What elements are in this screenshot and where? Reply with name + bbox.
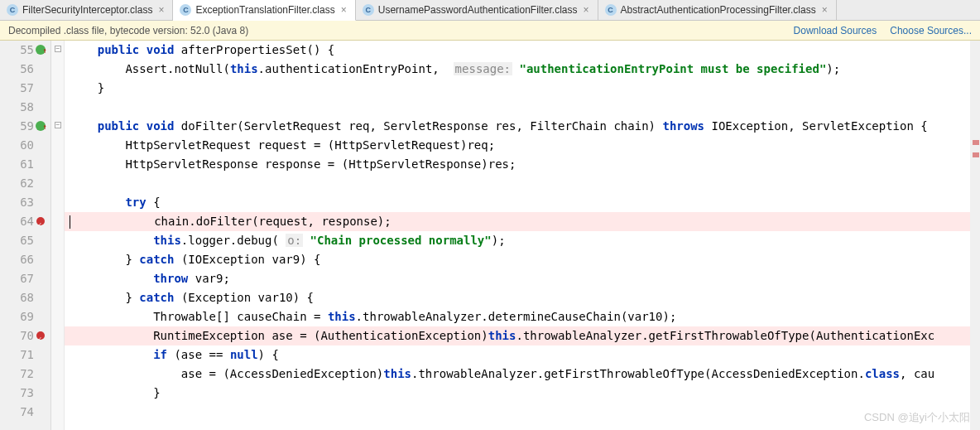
- line-number: 70: [20, 329, 34, 342]
- code-line: [65, 403, 980, 422]
- tab-label: UsernamePasswordAuthenticationFilter.cla…: [378, 4, 578, 16]
- line-number: 64: [20, 215, 34, 228]
- line-number: 65: [20, 234, 34, 247]
- code-line: public void afterPropertiesSet() {: [65, 41, 980, 60]
- close-icon[interactable]: ×: [820, 4, 829, 16]
- code-line: throw var9;: [65, 269, 980, 288]
- scrollbar[interactable]: [970, 41, 980, 430]
- breakpoint-icon[interactable]: [36, 217, 45, 225]
- line-number: 71: [20, 348, 34, 361]
- class-icon: C: [7, 4, 18, 16]
- line-number: 63: [20, 196, 34, 209]
- line-number: 62: [20, 176, 34, 190]
- tab-abstract-auth[interactable]: CAbstractAuthenticationProcessingFilter.…: [598, 0, 837, 20]
- line-number: 61: [20, 157, 34, 171]
- code-line: }: [65, 384, 980, 403]
- close-icon[interactable]: ×: [339, 4, 348, 16]
- line-number: 74: [20, 405, 34, 418]
- fold-gutter: − −: [51, 41, 65, 430]
- line-number: 67: [20, 272, 34, 285]
- fold-toggle[interactable]: −: [55, 122, 61, 128]
- code-line: public void doFilter(ServletRequest req,…: [65, 117, 980, 136]
- line-number: 72: [20, 367, 34, 380]
- class-icon: C: [180, 4, 191, 16]
- line-number: 56: [20, 62, 34, 75]
- close-icon[interactable]: ×: [156, 4, 166, 16]
- decompile-banner: Decompiled .class file, bytecode version…: [0, 21, 980, 41]
- line-number: 58: [20, 100, 34, 114]
- fold-toggle[interactable]: −: [55, 46, 61, 52]
- code-line: Throwable[] causeChain = this.throwableA…: [65, 307, 980, 326]
- line-number: 69: [20, 310, 34, 323]
- code-line: RuntimeException ase = (AuthenticationEx…: [65, 326, 980, 345]
- error-stripe[interactable]: [973, 152, 979, 157]
- class-icon: C: [605, 4, 617, 16]
- code-editor[interactable]: 55 56 57 58 59 60 61 62 63 64 65 66 67 6…: [0, 41, 980, 430]
- error-stripe[interactable]: [973, 140, 979, 145]
- code-line: } catch (Exception var10) {: [65, 288, 980, 307]
- line-number: 57: [20, 81, 34, 94]
- line-number: 55: [20, 43, 34, 56]
- code-line: this.logger.debug( o: "Chain processed n…: [65, 231, 980, 250]
- code-line: Assert.notNull(this.authenticationEntryP…: [65, 60, 980, 79]
- line-number: 59: [20, 119, 34, 133]
- choose-sources-link[interactable]: Choose Sources...: [890, 25, 972, 36]
- code-line: try {: [65, 193, 980, 212]
- tab-bar: CFilterSecurityInterceptor.class× CExcep…: [0, 0, 980, 21]
- close-icon[interactable]: ×: [582, 4, 591, 16]
- code-line: [65, 98, 980, 117]
- tab-label: ExceptionTranslationFilter.class: [195, 4, 334, 16]
- code-line: ase = (AccessDeniedException)this.throwa…: [65, 365, 980, 384]
- code-line: } catch (IOException var9) {: [65, 250, 980, 269]
- tab-filter-security[interactable]: CFilterSecurityInterceptor.class×: [0, 0, 173, 20]
- line-number: 73: [20, 386, 34, 399]
- code-line: HttpServletResponse response = (HttpServ…: [65, 155, 980, 174]
- code-line: chain.doFilter(request, response);: [65, 212, 980, 231]
- code-line: [65, 174, 980, 193]
- code-area[interactable]: public void afterPropertiesSet() { Asser…: [65, 41, 980, 430]
- tab-exception-translation[interactable]: CExceptionTranslationFilter.class×: [173, 0, 355, 21]
- banner-links: Download Sources Choose Sources...: [794, 25, 972, 36]
- code-line: if (ase == null) {: [65, 345, 980, 365]
- code-line: HttpServletRequest request = (HttpServle…: [65, 136, 980, 155]
- code-line: }: [65, 79, 980, 98]
- tab-label: FilterSecurityInterceptor.class: [22, 4, 152, 16]
- tab-username-password[interactable]: CUsernamePasswordAuthenticationFilter.cl…: [356, 0, 598, 20]
- line-number: 68: [20, 291, 34, 304]
- tab-label: AbstractAuthenticationProcessingFilter.c…: [621, 4, 816, 16]
- line-gutter: 55 56 57 58 59 60 61 62 63 64 65 66 67 6…: [0, 41, 51, 430]
- breakpoint-icon[interactable]: [36, 331, 45, 340]
- class-icon: C: [363, 4, 374, 16]
- override-icon[interactable]: [36, 121, 46, 131]
- override-icon[interactable]: [36, 45, 46, 55]
- download-sources-link[interactable]: Download Sources: [794, 25, 877, 36]
- banner-text: Decompiled .class file, bytecode version…: [8, 25, 248, 36]
- line-number: 60: [20, 138, 34, 152]
- line-number: 66: [20, 253, 34, 266]
